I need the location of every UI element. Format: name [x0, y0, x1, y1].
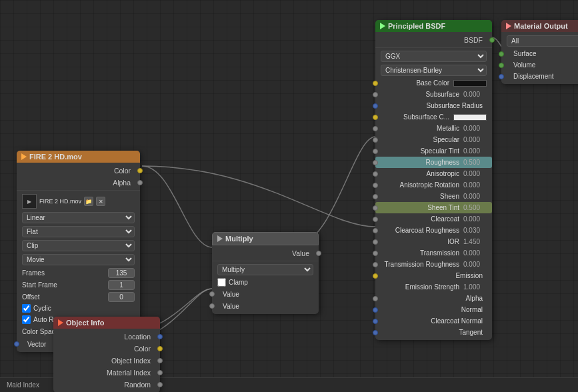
fire-color-output-row: Color	[17, 165, 140, 177]
multiply-collapse-icon[interactable]	[217, 235, 223, 242]
bsdf-speculartint-row: Specular Tint 0.000	[375, 145, 492, 157]
fire-node-collapse-icon[interactable]	[21, 153, 27, 160]
mat-surface-socket[interactable]	[499, 51, 504, 57]
bsdf-speculartint-value: 0.000	[463, 147, 487, 155]
bsdf-subradius-socket[interactable]	[373, 103, 378, 109]
obj-info-collapse-icon[interactable]	[58, 319, 63, 326]
multiply-input2-socket[interactable]	[209, 303, 215, 309]
bsdf-sheentint-socket[interactable]	[373, 205, 378, 211]
bsdf-distribution-row: GGX	[375, 49, 492, 63]
bsdf-subcolor-swatch[interactable]	[453, 114, 487, 121]
bsdf-specular-socket[interactable]	[373, 137, 378, 143]
bsdf-tangent-socket[interactable]	[373, 330, 378, 335]
bsdf-sheen-label: Sheen	[381, 193, 463, 200]
mat-output-target-select[interactable]: All	[507, 35, 578, 47]
bsdf-subcolor-socket[interactable]	[373, 115, 378, 120]
fire-cyclic-checkbox[interactable]	[22, 304, 31, 313]
obj-location-label: Location	[59, 333, 155, 341]
fire-alpha-socket[interactable]	[137, 180, 143, 185]
fire-frames-value[interactable]: 135	[108, 268, 135, 278]
fire-extension-select[interactable]: Flat	[22, 226, 135, 237]
bsdf-basecolor-swatch[interactable]	[453, 80, 487, 87]
multiply-operation-select[interactable]: Multiply	[217, 264, 313, 275]
bsdf-anisotropicrot-socket[interactable]	[373, 183, 378, 188]
bsdf-distribution-select[interactable]: GGX	[381, 51, 487, 62]
multiply-clamp-label: Clamp	[229, 279, 248, 286]
fire-offset-row: Offset 0	[17, 291, 140, 303]
mat-volume-row: Volume	[501, 59, 578, 71]
obj-color-label: Color	[59, 345, 155, 353]
fire-browse-btn[interactable]: 📁	[84, 197, 93, 206]
obj-location-socket[interactable]	[157, 334, 163, 339]
bsdf-clearcoat-label: Clearcoat	[381, 215, 463, 223]
bsdf-basecolor-label: Base Color	[381, 79, 453, 87]
bsdf-collapse-icon[interactable]	[380, 23, 385, 29]
bsdf-roughness-value: 0.500	[463, 159, 487, 166]
fire-offset-value[interactable]: 0	[108, 292, 135, 302]
obj-color-socket[interactable]	[157, 346, 163, 351]
multiply-clamp-row: Clamp	[212, 277, 319, 288]
bsdf-metallic-socket[interactable]	[373, 126, 378, 131]
bsdf-subsurface-socket[interactable]	[373, 92, 378, 97]
bsdf-roughness-row: Roughness 0.500	[375, 157, 492, 168]
fire-offset-label: Offset	[22, 293, 108, 301]
bsdf-transmissionroughness-label: Transmission Roughness	[381, 261, 463, 268]
fire-cyclic-row: Cyclic	[17, 303, 140, 314]
bsdf-alpha-socket[interactable]	[373, 296, 378, 301]
mat-displacement-socket[interactable]	[499, 74, 504, 79]
bsdf-transmission-socket[interactable]	[373, 251, 378, 256]
bsdf-anisotropic-socket[interactable]	[373, 171, 378, 177]
multiply-operation-row: Multiply	[212, 263, 319, 277]
bsdf-clearcoatroughness-value: 0.030	[463, 227, 487, 234]
bsdf-basecolor-socket[interactable]	[373, 81, 378, 86]
fire-source-select[interactable]: Movie	[22, 254, 135, 265]
mat-volume-socket[interactable]	[499, 63, 504, 68]
bsdf-output-socket[interactable]	[489, 37, 495, 43]
fire-vector-socket[interactable]	[14, 341, 19, 347]
bsdf-body: BSDF GGX Christensen-Burley Base Color S…	[375, 32, 492, 340]
bsdf-anisotropic-value: 0.000	[463, 170, 487, 177]
bsdf-anisotropic-label: Anisotropic	[381, 170, 463, 177]
fire-color-socket[interactable]	[137, 168, 143, 173]
bsdf-normal-row: Normal	[375, 304, 492, 315]
obj-matindex-socket[interactable]	[157, 370, 163, 375]
fire-vector-label: Vector	[22, 341, 46, 348]
bsdf-speculartint-socket[interactable]	[373, 149, 378, 154]
bsdf-sheen-socket[interactable]	[373, 194, 378, 199]
bsdf-subsurface-method-select[interactable]: Christensen-Burley	[381, 65, 487, 76]
bsdf-normal-socket[interactable]	[373, 307, 378, 313]
bsdf-sheentint-label: Sheen Tint	[381, 204, 463, 211]
fire-autorefresh-checkbox[interactable]	[22, 315, 31, 324]
fire-interpolation-select[interactable]: Linear	[22, 212, 135, 223]
bsdf-transmissionroughness-socket[interactable]	[373, 262, 378, 267]
bsdf-ior-value: 1.450	[463, 238, 487, 245]
obj-objindex-socket[interactable]	[157, 358, 163, 363]
bsdf-emission-label: Emission	[381, 272, 487, 279]
fire-startframe-value[interactable]: 1	[108, 280, 135, 290]
multiply-clamp-checkbox[interactable]	[217, 278, 226, 287]
bsdf-clearcoatnormal-socket[interactable]	[373, 319, 378, 324]
fire-unlink-btn[interactable]: ✕	[96, 197, 105, 206]
mat-output-target-row: All	[501, 34, 578, 48]
bsdf-title: Principled BSDF	[388, 22, 445, 30]
mat-output-collapse-icon[interactable]	[506, 23, 511, 29]
bsdf-emission-socket[interactable]	[373, 273, 378, 279]
fire-frames-label: Frames	[22, 269, 108, 277]
bsdf-metallic-label: Metallic	[381, 125, 463, 132]
fire-color-label: Color	[22, 167, 135, 175]
bsdf-clearcoatroughness-label: Clearcoat Roughness	[381, 227, 463, 234]
multiply-input1-socket[interactable]	[209, 291, 215, 297]
bsdf-clearcoatroughness-socket[interactable]	[373, 228, 378, 233]
bsdf-roughness-socket[interactable]	[373, 160, 378, 165]
multiply-divider	[212, 261, 319, 261]
mat-output-header: Material Output	[501, 20, 578, 32]
bsdf-ior-socket[interactable]	[373, 239, 378, 245]
multiply-value-output-socket[interactable]	[316, 251, 321, 256]
multiply-node: Multiply Value Multiply Clamp Value Valu…	[212, 232, 319, 314]
obj-random-socket[interactable]	[157, 382, 163, 387]
obj-random-row: Random	[53, 379, 160, 391]
fire-clip-select[interactable]: Clip	[22, 240, 135, 251]
bsdf-sheen-value: 0.000	[463, 193, 487, 200]
mat-surface-row: Surface	[501, 48, 578, 59]
bsdf-clearcoat-socket[interactable]	[373, 217, 378, 222]
